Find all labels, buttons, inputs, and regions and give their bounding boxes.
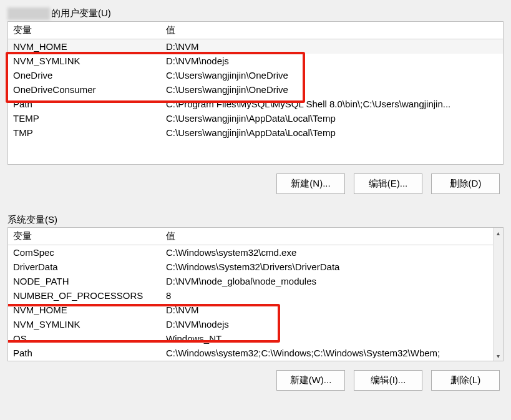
cell-var: TEMP: [8, 111, 161, 125]
cell-var: NVM_HOME: [8, 39, 161, 54]
cell-val: C:\Users\wangjinjin\OneDrive: [161, 68, 503, 82]
delete-button[interactable]: 删除(L): [431, 370, 500, 391]
table-row[interactable]: NUMBER_OF_PROCESSORS 8: [8, 288, 493, 303]
scroll-down-icon[interactable]: ▾: [494, 351, 503, 361]
user-vars-table[interactable]: 变量 值 NVM_HOME D:\NVM NVM_SYMLINK D:\NVM\…: [8, 22, 503, 140]
cell-var: NODE_PATH: [8, 274, 161, 288]
cell-var: NUMBER_OF_PROCESSORS: [8, 288, 161, 303]
table-header-row: 变量 值: [8, 228, 493, 245]
table-row[interactable]: NODE_PATH D:\NVM\node_global\node_module…: [8, 274, 493, 288]
table-row[interactable]: OS Windows_NT: [8, 331, 493, 346]
cell-var: OneDrive: [8, 68, 161, 82]
cell-var: OneDriveConsumer: [8, 82, 161, 97]
edit-button[interactable]: 编辑(I)...: [354, 370, 422, 391]
cell-var: Path: [8, 346, 161, 360]
table-row[interactable]: ComSpec C:\Windows\system32\cmd.exe: [8, 245, 493, 260]
user-vars-label-text: 的用户变量(U): [51, 7, 111, 18]
col-header-value[interactable]: 值: [161, 22, 503, 39]
cell-val: D:\NVM: [161, 39, 503, 54]
table-row[interactable]: NVM_HOME D:\NVM: [8, 303, 493, 317]
col-header-variable[interactable]: 变量: [8, 22, 161, 39]
system-vars-table[interactable]: 变量 值 ComSpec C:\Windows\system32\cmd.exe…: [8, 228, 493, 360]
table-row[interactable]: NVM_SYMLINK D:\NVM\nodejs: [8, 54, 503, 68]
cell-val: C:\Users\wangjinjin\AppData\Local\Temp: [161, 125, 503, 140]
cell-var: ComSpec: [8, 245, 161, 260]
cell-val: Windows_NT: [161, 331, 493, 346]
user-vars-buttons: 新建(N)... 编辑(E)... 删除(D): [7, 170, 504, 198]
cell-var: NVM_HOME: [8, 303, 161, 317]
table-row[interactable]: TMP C:\Users\wangjinjin\AppData\Local\Te…: [8, 125, 503, 140]
cell-val: 8: [161, 288, 493, 303]
cell-val: C:\Users\wangjinjin\OneDrive: [161, 82, 503, 97]
edit-button[interactable]: 编辑(E)...: [354, 173, 422, 194]
cell-var: OS: [8, 331, 161, 346]
table-row[interactable]: OneDrive C:\Users\wangjinjin\OneDrive: [8, 68, 503, 82]
cell-var: NVM_SYMLINK: [8, 54, 161, 68]
cell-var: NVM_SYMLINK: [8, 317, 161, 331]
system-vars-section: 系统变量(S) 变量 值 ComSpec C:\Windows\system32…: [0, 207, 511, 398]
system-vars-label: 系统变量(S): [7, 214, 504, 226]
cell-val: D:\NVM\nodejs: [161, 54, 503, 68]
cell-val: C:\Program Files\MySQL\MySQL Shell 8.0\b…: [161, 97, 503, 111]
new-button[interactable]: 新建(N)...: [276, 173, 345, 194]
user-vars-section: 的用户变量(U) 变量 值 NVM_HOME D:\NVM NVM_SYMLIN…: [0, 0, 511, 202]
cell-val: D:\NVM\nodejs: [161, 317, 493, 331]
cell-val: C:\Windows\system32;C:\Windows;C:\Window…: [161, 346, 493, 360]
cell-val: C:\Users\wangjinjin\AppData\Local\Temp: [161, 111, 503, 125]
scroll-up-icon[interactable]: ▴: [494, 228, 503, 238]
cell-val: D:\NVM: [161, 303, 493, 317]
table-row[interactable]: DriverData C:\Windows\System32\Drivers\D…: [8, 260, 493, 274]
delete-button[interactable]: 删除(D): [431, 173, 500, 194]
table-row[interactable]: Path C:\Program Files\MySQL\MySQL Shell …: [8, 97, 503, 111]
table-row[interactable]: OneDriveConsumer C:\Users\wangjinjin\One…: [8, 82, 503, 97]
scrollbar[interactable]: ▴ ▾: [493, 228, 503, 361]
system-vars-buttons: 新建(W)... 编辑(I)... 删除(L): [7, 366, 504, 394]
col-header-value[interactable]: 值: [161, 228, 493, 245]
cell-var: TMP: [8, 125, 161, 140]
table-row[interactable]: TEMP C:\Users\wangjinjin\AppData\Local\T…: [8, 111, 503, 125]
user-vars-table-container: 变量 值 NVM_HOME D:\NVM NVM_SYMLINK D:\NVM\…: [7, 21, 504, 165]
cell-var: DriverData: [8, 260, 161, 274]
col-header-variable[interactable]: 变量: [8, 228, 161, 245]
cell-var: Path: [8, 97, 161, 111]
username-blurred: [7, 7, 50, 20]
cell-val: C:\Windows\system32\cmd.exe: [161, 245, 493, 260]
cell-val: C:\Windows\System32\Drivers\DriverData: [161, 260, 493, 274]
system-vars-table-container: 变量 值 ComSpec C:\Windows\system32\cmd.exe…: [7, 227, 504, 361]
table-row[interactable]: NVM_HOME D:\NVM: [8, 39, 503, 54]
user-vars-label: 的用户变量(U): [7, 7, 504, 20]
table-header-row: 变量 值: [8, 22, 503, 39]
cell-val: D:\NVM\node_global\node_modules: [161, 274, 493, 288]
table-row[interactable]: Path C:\Windows\system32;C:\Windows;C:\W…: [8, 346, 493, 360]
table-row[interactable]: NVM_SYMLINK D:\NVM\nodejs: [8, 317, 493, 331]
new-button[interactable]: 新建(W)...: [276, 370, 345, 391]
